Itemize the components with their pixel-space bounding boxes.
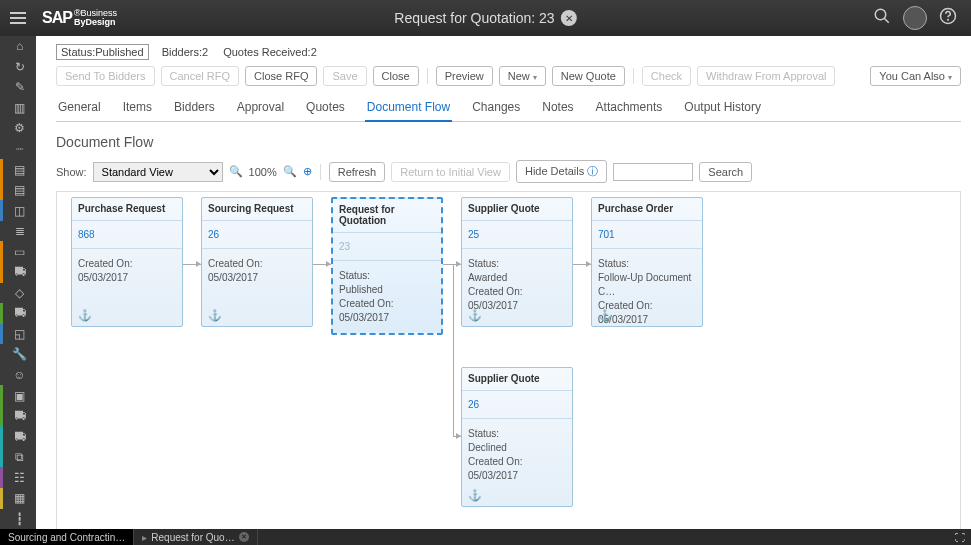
tab-attachments[interactable]: Attachments <box>594 94 665 121</box>
node-title: Supplier Quote <box>462 368 572 386</box>
close-icon[interactable]: ✕ <box>561 10 577 26</box>
hide-details-button[interactable]: Hide Details ⓘ <box>516 160 607 183</box>
tab-items[interactable]: Items <box>121 94 154 121</box>
refresh-button[interactable]: Refresh <box>329 162 386 182</box>
flow-search-input[interactable] <box>613 163 693 181</box>
separator <box>633 68 634 84</box>
rail-person-icon[interactable]: ☺ <box>0 365 36 386</box>
tab-approval[interactable]: Approval <box>235 94 286 121</box>
created-label: Created On: <box>598 299 696 313</box>
check-button[interactable]: Check <box>642 66 691 86</box>
avatar[interactable] <box>903 6 927 30</box>
status-label: Status: <box>468 427 566 441</box>
save-button[interactable]: Save <box>323 66 366 86</box>
anchor-icon[interactable]: ⚓ <box>208 309 222 322</box>
rail-more-icon[interactable]: ┇ <box>0 509 36 530</box>
rail-refresh-icon[interactable]: ↻ <box>0 57 36 78</box>
anchor-icon[interactable]: ⚓ <box>598 309 612 322</box>
zoom-out-icon[interactable]: 🔍 <box>283 165 297 178</box>
created-label: Created On: <box>208 257 306 271</box>
anchor-icon[interactable]: ⚓ <box>468 309 482 322</box>
rail-card-icon[interactable]: ▭ <box>0 241 36 262</box>
node-link[interactable]: 701 <box>592 225 702 244</box>
action-toolbar: Send To Bidders Cancel RFQ Close RFQ Sav… <box>56 62 961 94</box>
rail-doc2-icon[interactable]: ▤ <box>0 180 36 201</box>
rail-cube-icon[interactable]: ◱ <box>0 324 36 345</box>
separator <box>320 164 321 180</box>
status-value: Follow-Up Document C… <box>598 271 696 299</box>
rail-flow-icon[interactable]: ◇ <box>0 283 36 304</box>
tab-general[interactable]: General <box>56 94 103 121</box>
rail-list-icon[interactable]: ≣ <box>0 221 36 242</box>
cancel-rfq-button[interactable]: Cancel RFQ <box>161 66 240 86</box>
rail-truck1-icon[interactable]: ⛟ <box>0 262 36 283</box>
close-task-icon[interactable]: ✕ <box>239 532 249 542</box>
rail-chart-icon[interactable]: ▥ <box>0 98 36 119</box>
rail-settings-icon[interactable]: ⚙ <box>0 118 36 139</box>
node-link[interactable]: 26 <box>202 225 312 244</box>
rail-copy-icon[interactable]: ⧉ <box>0 447 36 468</box>
you-can-also-button[interactable]: You Can Also <box>870 66 961 86</box>
rail-box-icon[interactable]: ◫ <box>0 200 36 221</box>
help-icon[interactable] <box>939 7 957 29</box>
node-supplier-quote-2[interactable]: Supplier Quote 26 Status: Declined Creat… <box>461 367 573 507</box>
expand-icon[interactable]: ⛶ <box>949 532 971 543</box>
rail-calendar-icon[interactable]: ▦ <box>0 488 36 509</box>
tab-document-flow[interactable]: Document Flow <box>365 94 452 122</box>
close-button[interactable]: Close <box>373 66 419 86</box>
svg-point-3 <box>948 19 949 20</box>
node-link[interactable]: 26 <box>462 395 572 414</box>
document-flow-canvas: Purchase Request 868 Created On: 05/03/2… <box>56 191 961 529</box>
new-quote-button[interactable]: New Quote <box>552 66 625 86</box>
node-title: Purchase Request <box>72 198 182 216</box>
node-sourcing-request[interactable]: Sourcing Request 26 Created On: 05/03/20… <box>201 197 313 327</box>
anchor-icon[interactable]: ⚓ <box>468 489 482 502</box>
fit-icon[interactable]: ⊕ <box>303 165 312 178</box>
rail-graph-icon[interactable]: ┈ <box>0 139 36 160</box>
rail-truck3-icon[interactable]: ⛟ <box>0 406 36 427</box>
rail-truck4-icon[interactable]: ⛟ <box>0 426 36 447</box>
node-title: Supplier Quote <box>462 198 572 216</box>
status-value: Published <box>339 283 435 297</box>
rail-truck2-icon[interactable]: ⛟ <box>0 303 36 324</box>
rail-people-icon[interactable]: ☷ <box>0 467 36 488</box>
flow-search-button[interactable]: Search <box>699 162 752 182</box>
rail-doc1-icon[interactable]: ▤ <box>0 159 36 180</box>
node-purchase-request[interactable]: Purchase Request 868 Created On: 05/03/2… <box>71 197 183 327</box>
task-rfq[interactable]: ▸ Request for Quo… ✕ <box>134 529 257 545</box>
tab-notes[interactable]: Notes <box>540 94 575 121</box>
node-request-for-quotation[interactable]: Request for Quotation 23 Status: Publish… <box>331 197 443 335</box>
node-title: Request for Quotation <box>333 199 441 228</box>
node-link[interactable]: 868 <box>72 225 182 244</box>
rail-tools-icon[interactable]: ✎ <box>0 77 36 98</box>
rail-box2-icon[interactable]: ▣ <box>0 385 36 406</box>
zoom-in-icon[interactable]: 🔍 <box>229 165 243 178</box>
tab-changes[interactable]: Changes <box>470 94 522 121</box>
view-select[interactable]: Standard View <box>93 162 223 182</box>
return-initial-button[interactable]: Return to Initial View <box>391 162 510 182</box>
rail-home-icon[interactable]: ⌂ <box>0 36 36 57</box>
created-label: Created On: <box>339 297 435 311</box>
node-supplier-quote-1[interactable]: Supplier Quote 25 Status: Awarded Create… <box>461 197 573 327</box>
send-to-bidders-button[interactable]: Send To Bidders <box>56 66 155 86</box>
created-value: 05/03/2017 <box>598 313 696 327</box>
anchor-icon[interactable]: ⚓ <box>78 309 92 322</box>
svg-line-1 <box>884 18 889 23</box>
created-value: 05/03/2017 <box>208 271 306 285</box>
node-link[interactable]: 23 <box>333 237 441 256</box>
node-purchase-order[interactable]: Purchase Order 701 Status: Follow-Up Doc… <box>591 197 703 327</box>
close-rfq-button[interactable]: Close RFQ <box>245 66 317 86</box>
flow-arrow <box>313 264 333 265</box>
withdraw-button[interactable]: Withdraw From Approval <box>697 66 835 86</box>
node-link[interactable]: 25 <box>462 225 572 244</box>
tab-quotes[interactable]: Quotes <box>304 94 347 121</box>
search-icon[interactable] <box>873 7 891 29</box>
new-button[interactable]: New <box>499 66 546 86</box>
preview-button[interactable]: Preview <box>436 66 493 86</box>
rail-wrench-icon[interactable]: 🔧 <box>0 344 36 365</box>
svg-point-0 <box>875 9 886 20</box>
task-sourcing[interactable]: Sourcing and Contractin… <box>0 529 134 545</box>
menu-icon[interactable] <box>0 0 36 36</box>
tab-output-history[interactable]: Output History <box>682 94 763 121</box>
tab-bidders[interactable]: Bidders <box>172 94 217 121</box>
